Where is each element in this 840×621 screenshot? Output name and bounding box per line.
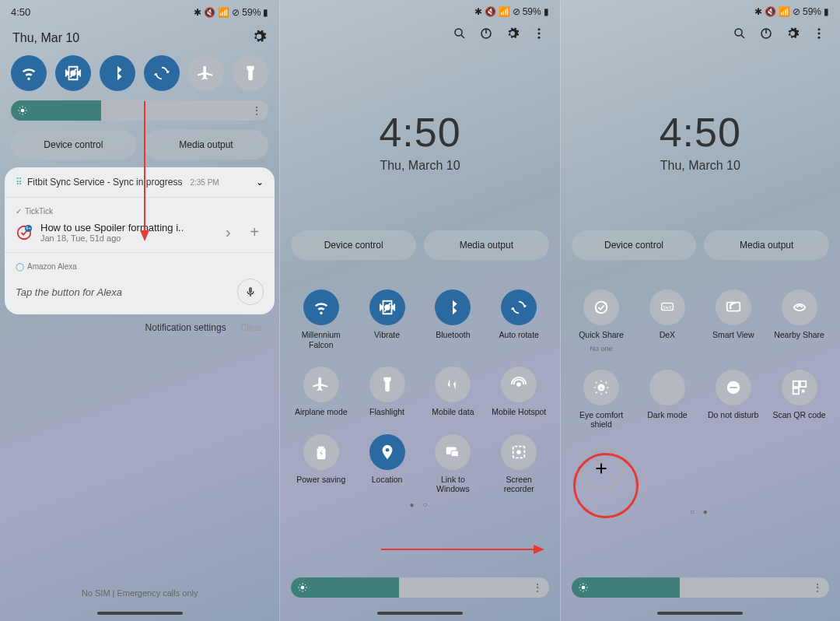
svg-marker-33 (534, 545, 544, 554)
notification-settings-link[interactable]: Notification settings (145, 322, 226, 333)
quickshare-tile[interactable]: Quick ShareNo one (569, 289, 635, 353)
task-check-icon: 9+ (16, 224, 33, 241)
brightness-slider[interactable]: ⋮ (291, 577, 548, 598)
brightness-slider[interactable]: ⋮ (11, 100, 268, 121)
alexa-prompt: Tap the button for Alexa (16, 286, 122, 298)
eyecomfort-tile[interactable]: Eye comfort shield (569, 370, 635, 430)
settings-gear-icon[interactable] (786, 26, 800, 44)
more-icon[interactable] (532, 26, 546, 44)
fitbit-notification[interactable]: ⠿ Fitbit Sync Service - Sync in progress… (5, 167, 275, 198)
clock-date: Thu, March 10 (561, 159, 840, 173)
add-tile-button[interactable] (569, 447, 635, 490)
linkwin-tile[interactable]: Link to Windows (420, 434, 486, 494)
alexa-notification[interactable]: ◯Amazon Alexa Tap the button for Alexa (5, 253, 275, 314)
quick-settings-grid: Quick ShareNo one DeX Smart View Nearby … (561, 268, 840, 490)
chevron-down-icon[interactable]: ⌄ (256, 177, 264, 188)
qrcode-tile[interactable]: Scan QR code (766, 370, 832, 430)
smartview-tile[interactable]: Smart View (700, 289, 766, 353)
alexa-mic-button[interactable] (237, 279, 264, 305)
vibrate-tile[interactable]: Vibrate (354, 289, 420, 349)
quick-settings-grid: Millennium Falcon Vibrate Bluetooth Auto… (280, 268, 559, 494)
nav-bar[interactable] (657, 612, 743, 615)
status-bar: 4:50 ✱🔇📶⊘ 59%▮ (0, 0, 279, 24)
power-icon[interactable] (759, 26, 773, 44)
darkmode-tile[interactable]: Dark mode (634, 370, 700, 430)
nav-bar[interactable] (97, 612, 183, 615)
dex-tile[interactable]: DeX (634, 289, 700, 353)
notification-card: ⠿ Fitbit Sync Service - Sync in progress… (5, 167, 275, 314)
power-icon[interactable] (479, 26, 493, 44)
dnd-tile[interactable]: Do not disturb (700, 370, 766, 430)
search-icon[interactable] (453, 26, 467, 44)
brightness-more-icon[interactable]: ⋮ (251, 104, 262, 117)
svg-text:9+: 9+ (26, 226, 30, 230)
bluetooth-toggle[interactable] (100, 55, 135, 91)
device-control-button[interactable]: Device control (11, 130, 136, 160)
autorotate-toggle[interactable] (144, 55, 180, 91)
bluetooth-tile[interactable]: Bluetooth (420, 289, 486, 349)
ticktick-icon: ✓ (16, 207, 22, 216)
settings-gear-icon[interactable] (251, 29, 267, 47)
autorotate-tile[interactable]: Auto rotate (486, 289, 552, 349)
annotation-arrow-right (381, 543, 544, 556)
quick-toggle-row (0, 55, 279, 91)
powersave-tile[interactable]: Power saving (288, 434, 354, 494)
status-icons: ✱🔇📶⊘ 59%▮ (194, 7, 268, 18)
search-icon[interactable] (733, 26, 747, 44)
vibrate-toggle[interactable] (55, 55, 91, 91)
add-task-icon[interactable]: + (245, 223, 264, 241)
hotspot-tile[interactable]: Mobile Hotspot (486, 367, 552, 417)
flashlight-toggle[interactable] (233, 55, 268, 91)
brightness-slider[interactable]: ⋮ (572, 577, 829, 598)
mobiledata-tile[interactable]: Mobile data (420, 367, 486, 417)
settings-gear-icon[interactable] (506, 26, 520, 44)
alexa-icon: ◯ (16, 262, 24, 271)
nav-bar[interactable] (377, 612, 463, 615)
task-subtitle: Jan 18, Tue, 51d ago (40, 233, 211, 243)
media-output-button[interactable]: Media output (424, 230, 549, 260)
page-indicator: ○ ● (561, 507, 840, 516)
status-bar: ✱🔇📶⊘59%▮ (280, 0, 559, 23)
device-control-button[interactable]: Device control (291, 230, 416, 260)
page-indicator: ● ○ (280, 500, 559, 509)
media-output-button[interactable]: Media output (704, 230, 829, 260)
device-control-button[interactable]: Device control (572, 230, 697, 260)
fitbit-icon: ⠿ (16, 177, 23, 188)
screenrec-tile[interactable]: Screen recorder (486, 434, 552, 494)
media-output-button[interactable]: Media output (144, 130, 269, 160)
no-sim-text: No SIM | Emergency calls only (0, 588, 279, 598)
more-icon[interactable] (812, 26, 826, 44)
flashlight-tile[interactable]: Flashlight (354, 367, 420, 417)
location-tile[interactable]: Location (354, 434, 420, 494)
status-time: 4:50 (11, 6, 30, 18)
brightness-more-icon[interactable]: ⋮ (532, 581, 543, 594)
clear-notifications-link[interactable]: Clear (240, 322, 263, 333)
brightness-more-icon[interactable]: ⋮ (812, 581, 823, 594)
clock-date: Thu, March 10 (280, 159, 559, 173)
airplane-tile[interactable]: Airplane mode (288, 367, 354, 417)
fitbit-time: 2:35 PM (190, 178, 219, 187)
notification-date: Thu, Mar 10 (12, 31, 79, 45)
clock-time: 4:50 (280, 109, 559, 156)
airplane-toggle[interactable] (188, 55, 224, 91)
wifi-toggle[interactable] (11, 55, 47, 91)
status-bar: ✱🔇📶⊘59%▮ (561, 0, 840, 23)
nearbyshare-tile[interactable]: Nearby Share (766, 289, 832, 353)
fitbit-title: Fitbit Sync Service - Sync in progress (27, 177, 182, 188)
wifi-tile[interactable]: Millennium Falcon (288, 289, 354, 349)
clock-time: 4:50 (561, 109, 840, 156)
chevron-right-icon[interactable]: › (219, 223, 237, 241)
ticktick-notification[interactable]: ✓TickTick 9+ How to use Spoiler formatti… (5, 198, 275, 253)
task-title: How to use Spoiler formatting i.. (40, 222, 211, 233)
